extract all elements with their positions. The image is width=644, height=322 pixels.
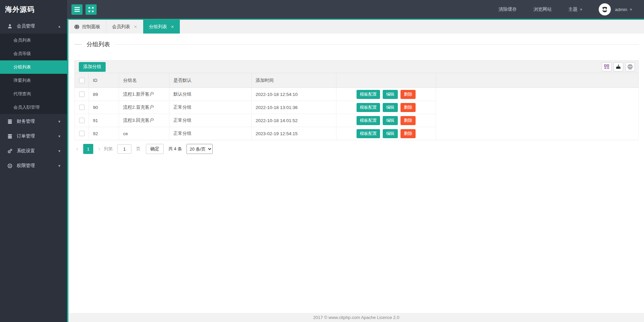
cell-actions: 模板配置编辑删除: [336, 101, 436, 114]
spacer-cell: [436, 127, 639, 140]
row-checkbox[interactable]: [79, 92, 85, 97]
print-icon: [627, 64, 633, 70]
cell-add-time: 2022-10-18 12:54:10: [252, 88, 336, 101]
tab-label: 分组列表: [149, 24, 167, 30]
sidebar-item-label: 会员管理: [17, 23, 35, 29]
page-size-select[interactable]: 20 条/页: [186, 144, 213, 154]
sidebar-subitem[interactable]: 弹窗列表: [0, 74, 67, 87]
delete-button[interactable]: 删除: [400, 103, 416, 112]
sidebar-item-label: 系统设置: [17, 148, 35, 154]
column-header: ID: [89, 73, 119, 88]
sidebar-subitem[interactable]: 代理查询: [0, 87, 67, 101]
spacer-column-header: [436, 73, 639, 88]
column-header: 是否默认: [169, 73, 252, 88]
select-all-checkbox[interactable]: [79, 78, 85, 83]
user-icon: [7, 24, 12, 29]
template-config-button[interactable]: 模板配置: [357, 116, 380, 125]
cell-id: 90: [89, 101, 119, 114]
tab-label: 控制面板: [82, 24, 100, 30]
goto-label: 到第: [104, 146, 113, 152]
edit-button[interactable]: 编辑: [383, 103, 398, 112]
chevron-down-icon: ▼: [629, 8, 633, 11]
page-title-row: 分组列表: [74, 40, 639, 48]
expand-icon: [89, 7, 94, 12]
sidebar-subitem[interactable]: 分组列表: [0, 60, 67, 74]
row-checkbox-cell: [75, 114, 89, 127]
sidebar-item[interactable]: 会员管理▲: [0, 19, 67, 34]
table-toolbar: 添加分组: [74, 60, 639, 73]
tab-bar: 控制面板会员列表✕分组列表✕: [68, 19, 644, 34]
columns-button[interactable]: [602, 62, 611, 71]
delete-button[interactable]: 删除: [400, 116, 416, 125]
table-row: 92ce正常分组2023-02-19 12:54:15模板配置编辑删除: [75, 127, 639, 140]
sidebar-item[interactable]: 权限管理▼: [0, 158, 67, 173]
template-config-button[interactable]: 模板配置: [357, 90, 380, 99]
row-checkbox-cell: [75, 101, 89, 114]
row-checkbox[interactable]: [79, 118, 85, 123]
sidebar-toggle-button[interactable]: [71, 4, 83, 15]
page-title: 分组列表: [87, 40, 110, 48]
cell-group-name: 流程1.新开客户: [119, 88, 169, 101]
sidebar-submenu: 会员列表会员等级分组列表弹窗列表代理查询会员入职管理: [0, 34, 67, 114]
chevron-down-icon: ▼: [58, 149, 61, 153]
sidebar-item[interactable]: 财务管理▼: [0, 114, 67, 129]
main-area: 控制面板会员列表✕分组列表✕ 分组列表 添加分组 ID分组名是否默认添加时间 8…: [67, 19, 644, 322]
user-menu[interactable]: admin▼: [615, 7, 633, 12]
table-row: 90流程2.首充客户正常分组2022-10-18 13:01:36模板配置编辑删…: [75, 101, 639, 114]
sidebar-subitem[interactable]: 会员列表: [0, 34, 67, 47]
total-count-label: 共 4 条: [168, 146, 182, 152]
tab[interactable]: 分组列表✕: [143, 20, 180, 34]
table-panel: 添加分组 ID分组名是否默认添加时间 89流程1.新开客户默认分组2022-10…: [74, 60, 639, 140]
cell-actions: 模板配置编辑删除: [336, 88, 436, 101]
top-nav-item[interactable]: 浏览网站: [533, 6, 551, 12]
sidebar-item-label: 财务管理: [17, 118, 35, 124]
top-nav: 清除缓存浏览网站主题▼admin▼: [482, 3, 644, 15]
prev-page-button[interactable]: ‹: [74, 146, 80, 152]
cell-group-name: ce: [119, 127, 169, 140]
delete-button[interactable]: 删除: [400, 90, 416, 99]
page-unit-label: 页: [136, 146, 141, 152]
select-all-cell: [75, 73, 89, 88]
cell-add-time: 2022-10-18 13:01:36: [252, 101, 336, 114]
print-button[interactable]: [625, 62, 635, 71]
actions-column-header: [336, 73, 436, 88]
close-icon[interactable]: ✕: [171, 24, 174, 29]
sidebar-item[interactable]: 订单管理▼: [0, 129, 67, 144]
close-icon[interactable]: ✕: [134, 24, 137, 29]
tab[interactable]: 控制面板: [68, 20, 106, 34]
edit-button[interactable]: 编辑: [383, 116, 398, 125]
column-header: 添加时间: [252, 73, 336, 88]
tab[interactable]: 会员列表✕: [106, 20, 143, 34]
next-page-button[interactable]: ›: [97, 146, 102, 152]
sidebar-subitem[interactable]: 会员等级: [0, 47, 67, 60]
gears-icon: [7, 149, 12, 154]
confirm-page-button[interactable]: 确定: [146, 144, 164, 154]
cell-is-default: 默认分组: [169, 88, 252, 101]
row-checkbox[interactable]: [79, 131, 85, 136]
template-config-button[interactable]: 模板配置: [357, 129, 380, 138]
brand-logo: 海外源码: [0, 0, 67, 19]
current-page-button[interactable]: 1: [83, 144, 93, 154]
template-config-button[interactable]: 模板配置: [357, 103, 380, 112]
smiley-icon: [600, 5, 609, 14]
goto-page-input[interactable]: [117, 144, 131, 154]
row-checkbox-cell: [75, 127, 89, 140]
sidebar-subitem[interactable]: 会员入职管理: [0, 101, 67, 114]
spacer-cell: [436, 101, 639, 114]
row-checkbox[interactable]: [79, 105, 85, 110]
edit-button[interactable]: 编辑: [383, 129, 398, 138]
delete-button[interactable]: 删除: [400, 129, 416, 138]
title-dash: [74, 44, 82, 45]
column-header: 分组名: [119, 73, 169, 88]
user-avatar[interactable]: [599, 3, 611, 15]
fullscreen-button[interactable]: [86, 4, 97, 15]
sidebar-item[interactable]: 系统设置▼: [0, 144, 67, 158]
add-group-button[interactable]: 添加分组: [79, 62, 106, 72]
export-button[interactable]: [613, 62, 623, 71]
edit-button[interactable]: 编辑: [383, 90, 398, 99]
table-tools: [600, 62, 635, 71]
spacer-cell: [436, 88, 639, 101]
top-nav-item[interactable]: 主题▼: [568, 6, 583, 12]
page-content: 分组列表 添加分组 ID分组名是否默认添加时间 89流程1.新开客户默认分组20…: [68, 40, 644, 154]
top-nav-item[interactable]: 清除缓存: [498, 6, 517, 12]
